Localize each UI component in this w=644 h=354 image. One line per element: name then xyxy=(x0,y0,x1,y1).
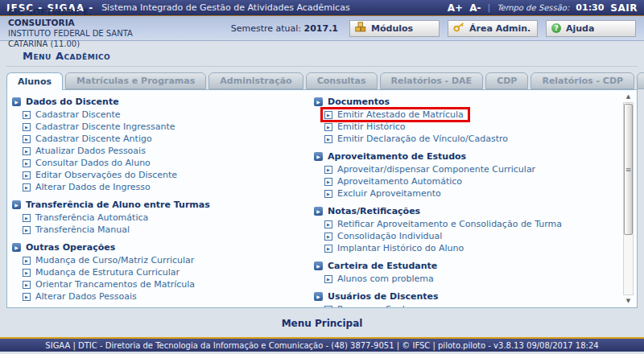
menu-link-alterar-dados-pessoais[interactable]: Alterar Dados Pessoais xyxy=(35,291,137,302)
menu-item-inner: ▶Cadastrar Discente Ingressante xyxy=(23,121,175,132)
menu-item-inner: ▶Alunos com problema xyxy=(324,274,434,284)
menu-item-inner: ▶Retificar Aproveitamento e Consolidação… xyxy=(324,219,562,229)
item-arrow-icon: ▶ xyxy=(324,178,332,186)
menu-item-inner: ▶Orientar Trancamentos de Matrícula xyxy=(23,279,195,290)
menu-link-transferencia-automatica[interactable]: Transferência Automática xyxy=(35,212,148,223)
menu-section-outras-operacoes: ▶Outras Operações▶Mudança de Curso/Matri… xyxy=(12,241,314,303)
menu-link-emitir-atestado-de-matricula[interactable]: Emitir Atestado de Matrícula xyxy=(337,109,464,120)
menu-link-aproveitamento-automatico[interactable]: Aproveitamento Automático xyxy=(337,176,462,187)
semester-value: 2017.1 xyxy=(304,23,338,34)
menu-link-atualizar-dados-pessoais[interactable]: Atualizar Dados Pessoais xyxy=(35,146,146,156)
footer-zone: SIGAA | DTIC - Diretoria de Tecnologia d… xyxy=(0,337,644,354)
scroll-down-icon[interactable]: ▼ xyxy=(622,296,634,306)
item-arrow-icon: ▶ xyxy=(23,269,31,277)
menu-link-consolidacao-individual[interactable]: Consolidação Individual xyxy=(337,231,442,241)
section-arrow-icon: ▶ xyxy=(12,200,21,209)
menu-item: ▶Cadastrar Discente Ingressante xyxy=(12,121,314,133)
menu-item: ▶Aproveitar/dispensar Componente Curricu… xyxy=(314,163,616,175)
menu-item: ▶Transferência Manual xyxy=(12,224,314,236)
font-decrease-button[interactable]: A- xyxy=(469,2,481,14)
tab-coordenacao-unica[interactable]: Coordenação Única xyxy=(637,72,644,89)
footer-text: SIGAA | DTIC - Diretoria de Tecnologia d… xyxy=(45,341,598,350)
menu-section-carteira-de-estudante: ▶Carteira de Estudante▶Alunos com proble… xyxy=(314,259,616,285)
tab-relatorios-dae[interactable]: Relatórios - DAE xyxy=(380,72,484,89)
scrollbar-track[interactable] xyxy=(623,102,634,295)
menu-item: ▶Excluir Aproveitamento xyxy=(314,187,616,200)
section-title: Documentos xyxy=(328,97,390,107)
menu-link-retificar-aproveitamento-e-consolidacao-de-turma[interactable]: Retificar Aproveitamento e Consolidação … xyxy=(337,219,562,229)
menu-link-mudanca-de-estrutura-curricular[interactable]: Mudança de Estrutura Curricular xyxy=(35,267,180,278)
section-arrow-icon: ▶ xyxy=(314,292,323,301)
menu-link-emitir-declaracao-de-vinculo-cadastro[interactable]: Emitir Declaração de Vínculo/Cadastro xyxy=(337,134,508,144)
tab-bar: AlunosMatrículas e ProgramasAdministraçã… xyxy=(6,72,644,89)
menu-link-excluir-aproveitamento[interactable]: Excluir Aproveitamento xyxy=(337,188,441,199)
userbar-buttons: Módulos Área Admin. ? Ajuda xyxy=(349,20,636,37)
modules-button[interactable]: Módulos xyxy=(349,20,440,37)
tab-administracao[interactable]: Administração xyxy=(208,72,303,89)
tab-consultas[interactable]: Consultas xyxy=(306,72,378,89)
logout-button[interactable]: SAIR xyxy=(610,2,638,14)
menu-link-cadastrar-discente[interactable]: Cadastrar Discente xyxy=(35,109,121,120)
menu-item: ▶Emitir Declaração de Vínculo/Cadastro xyxy=(314,133,616,145)
admin-area-button-label: Área Admin. xyxy=(469,23,530,34)
menu-item-inner: ▶Transferência Automática xyxy=(23,212,148,223)
menu-link-cadastrar-discente-antigo[interactable]: Cadastrar Discente Antigo xyxy=(35,134,152,144)
menu-link-implantar-historico-do-aluno[interactable]: Implantar Histórico do Aluno xyxy=(337,243,464,253)
help-button[interactable]: ? Ajuda xyxy=(546,20,636,37)
menu-item: ▶Alterar Dados Pessoais xyxy=(12,290,314,303)
item-arrow-icon: ▶ xyxy=(23,293,31,301)
menu-item: ▶Cadastrar Discente Antigo xyxy=(12,133,314,145)
menu-link-editar-observacoes-do-discente[interactable]: Editar Observações do Discente xyxy=(35,170,177,180)
menu-item: ▶Recuperar Senha xyxy=(314,303,616,308)
menu-item: ▶Aproveitamento Automático xyxy=(314,175,616,187)
section-title: Aproveitamento de Estudos xyxy=(328,151,466,162)
menu-item-inner: ▶Atualizar Dados Pessoais xyxy=(23,146,146,156)
menu-item-inner: ▶Consolidação Individual xyxy=(324,231,442,241)
menu-link-alunos-com-problema[interactable]: Alunos com problema xyxy=(337,274,434,284)
menu-columns: ▶Dados do Discente▶Cadastrar Discente▶Ca… xyxy=(12,95,616,304)
menu-item: ▶Alunos com problema xyxy=(314,273,616,285)
section-arrow-icon: ▶ xyxy=(314,261,323,270)
item-arrow-icon: ▶ xyxy=(23,214,31,222)
menu-item-inner: ▶Aproveitar/dispensar Componente Curricu… xyxy=(324,164,535,175)
scroll-up-icon[interactable]: ▲ xyxy=(622,92,634,101)
menu-link-orientar-trancamentos-de-matricula[interactable]: Orientar Trancamentos de Matrícula xyxy=(35,279,195,290)
session-timer-value: 01:30 xyxy=(576,2,604,13)
section-header: ▶Carteira de Estudante xyxy=(314,259,616,272)
menu-link-aproveitar-dispensar-componente-curricular[interactable]: Aproveitar/dispensar Componente Curricul… xyxy=(337,164,535,175)
menu-section-documentos: ▶Documentos▶Emitir Atestado de Matrícula… xyxy=(314,95,616,145)
menu-item-inner: ▶Editar Observações do Discente xyxy=(23,170,177,180)
menu-link-emitir-historico[interactable]: Emitir Histórico xyxy=(337,121,406,132)
section-arrow-icon: ▶ xyxy=(314,207,323,216)
menu-link-transferencia-manual[interactable]: Transferência Manual xyxy=(35,224,130,235)
section-title: Dados do Discente xyxy=(26,97,119,107)
menu-item-inner: ▶Excluir Aproveitamento xyxy=(324,188,441,199)
item-arrow-icon: ▶ xyxy=(23,147,31,155)
tab-alunos[interactable]: Alunos xyxy=(6,72,63,90)
menu-link-consultar-dados-do-aluno[interactable]: Consultar Dados do Aluno xyxy=(35,158,151,168)
menu-item-inner: ▶Cadastrar Discente xyxy=(23,109,121,120)
vertical-scrollbar[interactable]: ▲ ▼ xyxy=(622,92,634,306)
tab-matriculas-e-programas[interactable]: Matrículas e Programas xyxy=(65,72,206,89)
scrollbar-thumb[interactable] xyxy=(624,104,633,235)
menu-link-cadastrar-discente-ingressante[interactable]: Cadastrar Discente Ingressante xyxy=(35,121,175,132)
topbar-actions: A+ A- | Tempo de Sessão: 01:30 SAIR xyxy=(448,2,638,14)
item-arrow-icon: ▶ xyxy=(23,281,31,289)
tab-cdp[interactable]: CDP xyxy=(485,72,528,89)
menu-principal-link[interactable]: Menu Principal xyxy=(282,318,363,329)
section-title: Notas/Retificações xyxy=(328,206,420,216)
session-timer-label: Tempo de Sessão: xyxy=(497,3,569,12)
menu-item-inner: ▶Emitir Atestado de Matrícula xyxy=(320,107,470,122)
font-increase-button[interactable]: A+ xyxy=(448,2,463,14)
menu-link-mudanca-de-curso-matriz-curricular[interactable]: Mudança de Curso/Matriz Curricular xyxy=(35,255,194,266)
menu-item: ▶Emitir Histórico xyxy=(314,121,616,133)
admin-area-button[interactable]: Área Admin. xyxy=(448,20,538,37)
section-header: ▶Aproveitamento de Estudos xyxy=(314,150,616,163)
menu-link-alterar-dados-de-ingresso[interactable]: Alterar Dados de Ingresso xyxy=(35,182,151,192)
menu-link-recuperar-senha[interactable]: Recuperar Senha xyxy=(337,304,413,308)
item-arrow-icon: ▶ xyxy=(324,123,332,131)
menu-item: ▶Consultar Dados do Aluno xyxy=(12,157,314,169)
menu-item: ▶Mudança de Curso/Matriz Curricular xyxy=(12,254,314,266)
tab-relatorios-cdp[interactable]: Relatórios - CDP xyxy=(530,72,634,89)
menu-item-inner: ▶Transferência Manual xyxy=(23,224,130,235)
